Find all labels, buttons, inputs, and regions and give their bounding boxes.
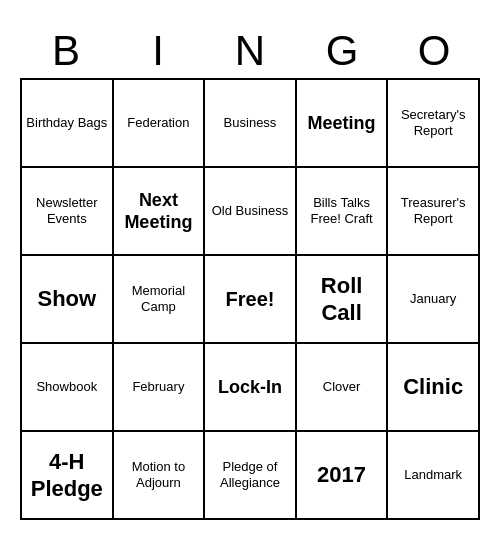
cell-10: Show <box>22 256 114 344</box>
cell-14: January <box>388 256 480 344</box>
header-letter-i: I <box>112 24 204 78</box>
cell-24: Landmark <box>388 432 480 520</box>
bingo-grid: Birthday BagsFederationBusinessMeetingSe… <box>20 78 480 520</box>
cell-19: Clinic <box>388 344 480 432</box>
bingo-card: BINGO Birthday BagsFederationBusinessMee… <box>20 24 480 520</box>
cell-8: Bills Talks Free! Craft <box>297 168 389 256</box>
cell-16: February <box>114 344 206 432</box>
cell-3: Meeting <box>297 80 389 168</box>
cell-15: Showbook <box>22 344 114 432</box>
cell-1: Federation <box>114 80 206 168</box>
cell-11: Memorial Camp <box>114 256 206 344</box>
cell-0: Birthday Bags <box>22 80 114 168</box>
cell-18: Clover <box>297 344 389 432</box>
cell-12: Free! <box>205 256 297 344</box>
cell-22: Pledge of Allegiance <box>205 432 297 520</box>
cell-21: Motion to Adjourn <box>114 432 206 520</box>
cell-9: Treasurer's Report <box>388 168 480 256</box>
cell-5: Newsletter Events <box>22 168 114 256</box>
cell-20: 4-H Pledge <box>22 432 114 520</box>
header-letter-o: O <box>388 24 480 78</box>
cell-6: Next Meeting <box>114 168 206 256</box>
header-letter-g: G <box>296 24 388 78</box>
bingo-header: BINGO <box>20 24 480 78</box>
cell-2: Business <box>205 80 297 168</box>
cell-13: Roll Call <box>297 256 389 344</box>
cell-4: Secretary's Report <box>388 80 480 168</box>
cell-7: Old Business <box>205 168 297 256</box>
cell-23: 2017 <box>297 432 389 520</box>
cell-17: Lock-In <box>205 344 297 432</box>
header-letter-n: N <box>204 24 296 78</box>
header-letter-b: B <box>20 24 112 78</box>
